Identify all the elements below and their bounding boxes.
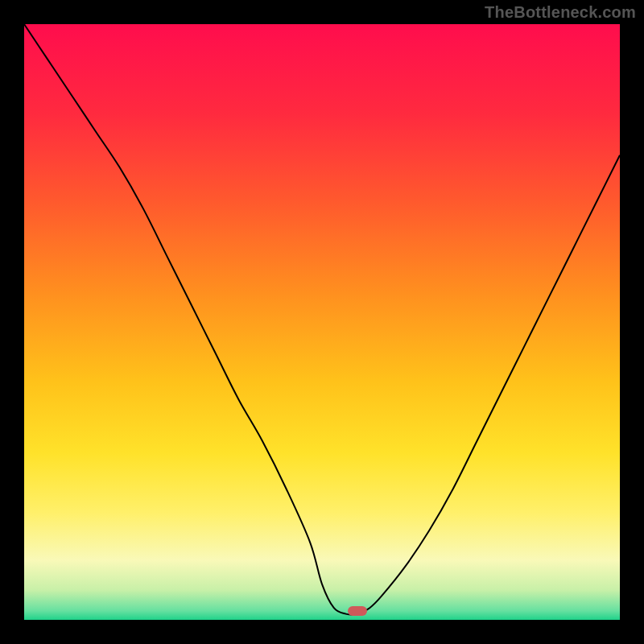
chart-frame: TheBottleneck.com [0,0,644,644]
optimal-marker [348,606,367,616]
watermark-text: TheBottleneck.com [485,3,636,22]
plot-area [24,24,620,620]
bottleneck-curve [24,24,620,620]
